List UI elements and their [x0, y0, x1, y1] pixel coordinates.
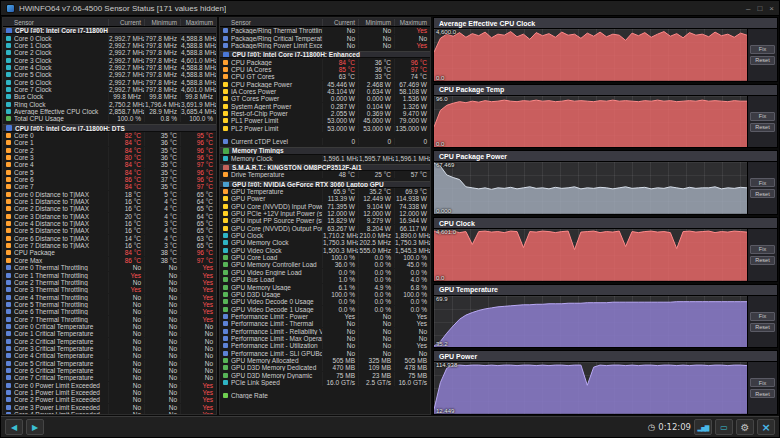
sensor-row[interactable]: Core 0 Thermal ThrottlingNoNoYes	[3, 264, 216, 271]
sensor-row[interactable]: Core 7 Distance to TjMAX16 °C3 °C65 °C	[3, 242, 216, 249]
graph-title[interactable]: GPU Power	[434, 351, 777, 362]
graph-fix-button[interactable]: Fix	[750, 178, 775, 187]
sensor-row[interactable]: Core 5 Thermal ThrottlingNoNoYes	[3, 301, 216, 308]
sensor-row[interactable]: GPU Video Clock1,500.3 MHz555.0 MHz1,545…	[220, 247, 430, 254]
sensor-row[interactable]: Core 0 Clock2,992.7 MHz797.8 MHz4,588.8 …	[3, 34, 216, 41]
monitor-button[interactable]: ▭	[715, 419, 733, 435]
sensor-row[interactable]: Core 3 Critical TemperatureNoNoNo	[3, 345, 216, 352]
sensor-row[interactable]: GPU D3D Memory Dynamic75 MB23 MB75 MB	[220, 371, 430, 378]
sensor-row[interactable]: Core 082 °C35 °C95 °C	[3, 132, 216, 139]
sensor-row[interactable]: Core 4 Power Limit ExceededNoNoYes	[3, 411, 216, 414]
sensor-row[interactable]: Performance Limit - PowerYesNoYes	[220, 313, 430, 320]
sensor-row[interactable]: Core 4 Thermal ThrottlingNoNoYes	[3, 293, 216, 300]
sensor-row[interactable]: Core 7 Clock2,992.7 MHz797.8 MHz4,601.0 …	[3, 86, 216, 93]
sensor-row[interactable]: GPU Core (NVVDD) Input Power (sum)71.395…	[220, 203, 430, 210]
sensor-row[interactable]: Drive Temperature48 °C25 °C57 °C	[220, 171, 430, 178]
graph-title[interactable]: CPU Clock	[434, 218, 777, 229]
move-left-button[interactable]: ◀	[5, 419, 23, 435]
sensor-group-header[interactable]: S.M.A.R.T.: KINGSTON OM8PCP3512F-AI1	[220, 164, 430, 171]
sensor-row[interactable]: Core Max86 °C38 °C97 °C	[3, 257, 216, 264]
title-bar[interactable]: HWiNFO64 v7.06-4500 Sensor Status [171 v…	[1, 1, 779, 16]
graph-reset-button[interactable]: Reset	[750, 189, 775, 198]
graph-fix-button[interactable]: Fix	[750, 112, 775, 121]
graph-fix-button[interactable]: Fix	[750, 45, 775, 54]
sensor-row[interactable]: PL2 Power Limit53.000 W53.000 W135.000 W	[220, 124, 430, 131]
sensor-row[interactable]: Package/Ring Power Limit ExceededNoNoYes	[220, 42, 430, 49]
sensor-row[interactable]: GPU Video Engine Load0.0 %0.0 %0.0 %	[220, 269, 430, 276]
sensor-row[interactable]: Core 4 Critical TemperatureNoNoNo	[3, 352, 216, 359]
sensor-row[interactable]: GPU Video Decode 1 Usage0.0 %0.0 %0.0 %	[220, 305, 430, 312]
sensor-row[interactable]: Core 2 Thermal ThrottlingNoNoYes	[3, 279, 216, 286]
sensor-row[interactable]: Core 1 Clock2,992.7 MHz797.8 MHz4,588.8 …	[3, 42, 216, 49]
sensor-row[interactable]: Core 4 Clock2,992.7 MHz797.8 MHz4,588.8 …	[3, 64, 216, 71]
sensor-row[interactable]: Rest-of-Chip Power2.055 W0.369 W9.470 W	[220, 110, 430, 117]
sensor-row[interactable]: Charge Rate	[220, 392, 430, 399]
sensor-row[interactable]: PCIe Link Speed16.0 GT/s2.5 GT/s16.0 GT/…	[220, 379, 430, 386]
sensor-row[interactable]: Performance Limit - Max Operating Voltag…	[220, 335, 430, 342]
sensor-row[interactable]: Core 0 Power Limit ExceededNoNoYes	[3, 382, 216, 389]
graph-fix-button[interactable]: Fix	[750, 312, 775, 321]
sensor-row[interactable]: GPU Clock1,710.2 MHz210.0 MHz1,890.0 MHz	[220, 232, 430, 239]
sensor-row[interactable]: System Agent Power0.287 W0.104 W1.326 W	[220, 102, 430, 109]
sensor-row[interactable]: Core 5 Critical TemperatureNoNoNo	[3, 359, 216, 366]
sensor-row[interactable]: Performance Limit - Reliability VoltageN…	[220, 327, 430, 334]
sensor-row[interactable]: Core 2 Critical TemperatureNoNoNo	[3, 337, 216, 344]
sensor-row[interactable]: GPU Temperature65.9 °C35.2 °C69.9 °C	[220, 188, 430, 195]
sensor-row[interactable]: Core 7 Critical TemperatureNoNoNo	[3, 374, 216, 381]
sensor-row[interactable]: Core 3 Clock2,992.7 MHz797.8 MHz4,601.0 …	[3, 56, 216, 63]
sensor-row[interactable]: Performance Limit - ThermalNoNoYes	[220, 320, 430, 327]
settings-button[interactable]: ⚙	[736, 419, 754, 435]
sensor-row[interactable]: Core 1 Thermal ThrottlingYesNoYes	[3, 271, 216, 278]
sensor-row[interactable]: Core 6 Clock2,992.7 MHz797.8 MHz4,588.8 …	[3, 78, 216, 85]
sensor-row[interactable]: GPU D3D Memory Dedicated470 MB109 MB478 …	[220, 364, 430, 371]
sensor-row[interactable]: Core 380 °C36 °C96 °C	[3, 154, 216, 161]
sensor-row[interactable]: Core 6 Thermal ThrottlingNoNoYes	[3, 308, 216, 315]
sensor-row[interactable]: CPU GT Cores63 °C33 °C74 °C	[220, 73, 430, 80]
sensor-row[interactable]: Core 6 Distance to TjMAX14 °C4 °C63 °C	[3, 235, 216, 242]
sensor-row[interactable]: GPU Memory Controller Load36.0 %0.0 %45.…	[220, 261, 430, 268]
sensor-row[interactable]: Core 2 Distance to TjMAX16 °C4 °C65 °C	[3, 205, 216, 212]
sensor-row[interactable]: CPU Package84 °C38 °C96 °C	[3, 249, 216, 256]
sensor-row[interactable]: Current cTDP Level000	[220, 138, 430, 145]
graph-title[interactable]: CPU Package Power	[434, 151, 777, 162]
sensor-row[interactable]: CPU IA Cores85 °C36 °C97 °C	[220, 66, 430, 73]
graph-reset-button[interactable]: Reset	[750, 323, 775, 332]
sensor-row[interactable]: Core 5 Clock2,992.7 MHz797.8 MHz4,588.8 …	[3, 71, 216, 78]
sensor-row[interactable]: IA Cores Power43.104 W0.634 W58.108 W	[220, 88, 430, 95]
graph-title[interactable]: GPU Temperature	[434, 285, 777, 296]
graph-fix-button[interactable]: Fix	[750, 245, 775, 254]
sensor-row[interactable]: GPU Memory Allocated505 MB325 MB505 MB	[220, 357, 430, 364]
sensor-group-header[interactable]: CPU [#0]: Intel Core i7-11800H: DTS	[3, 124, 216, 131]
sensor-row[interactable]: Performance Limit - SLI GPUBoost SyncNoN…	[220, 349, 430, 356]
sensor-row[interactable]: Core 0 Distance to TjMAX18 °C5 °C65 °C	[3, 191, 216, 198]
sensor-row[interactable]: Core 784 °C35 °C97 °C	[3, 183, 216, 190]
minimize-button[interactable]: –	[746, 4, 750, 13]
sensor-row[interactable]: GPU D3D Usage100.0 %0.0 %100.0 %	[220, 291, 430, 298]
sensor-row[interactable]: Package/Ring Critical TemperatureNoNoNo	[220, 34, 430, 41]
graph-reset-button[interactable]: Reset	[750, 56, 775, 65]
sensor-row[interactable]: Core 284 °C35 °C96 °C	[3, 147, 216, 154]
sensor-row[interactable]: Core 484 °C35 °C97 °C	[3, 161, 216, 168]
sensor-row[interactable]: Core 7 Thermal ThrottlingNoNoYes	[3, 315, 216, 322]
maximize-button[interactable]: □	[757, 4, 762, 13]
sensor-row[interactable]: PL1 Power Limit53.000 W45.000 W79.000 W	[220, 117, 430, 124]
sensor-row[interactable]: Core 4 Distance to TjMAX16 °C3 °C65 °C	[3, 220, 216, 227]
sensor-row[interactable]: Ring Clock2,750.2 MHz1,796.4 MHz3,691.9 …	[3, 100, 216, 107]
sensor-row[interactable]: Total CPU Usage100.0 %0.8 %100.0 %	[3, 115, 216, 122]
sensor-group-header[interactable]: GPU [#0]: NVIDIA GeForce RTX 3060 Laptop…	[220, 181, 430, 188]
close-button[interactable]: ×	[757, 419, 775, 435]
sensor-row[interactable]: Core 184 °C36 °C96 °C	[3, 139, 216, 146]
sensor-row[interactable]: Core 5 Distance to TjMAX16 °C4 °C65 °C	[3, 227, 216, 234]
sensor-row[interactable]: GPU Core (NVVDD) Output Power (sum)63.26…	[220, 225, 430, 232]
graph-reset-button[interactable]: Reset	[750, 256, 775, 265]
sensor-row[interactable]: Core 6 Critical TemperatureNoNoNo	[3, 367, 216, 374]
sensor-row[interactable]: Core 1 Critical TemperatureNoNoNo	[3, 330, 216, 337]
sensor-row[interactable]: CPU Package84 °C36 °C96 °C	[220, 58, 430, 65]
sensor-row[interactable]: Core 3 Power Limit ExceededNoNoYes	[3, 404, 216, 411]
sensor-row[interactable]: Core 3 Distance to TjMAX20 °C4 °C64 °C	[3, 213, 216, 220]
sensor-row[interactable]: Core 584 °C35 °C96 °C	[3, 169, 216, 176]
sensor-group-header[interactable]: CPU [#0]: Intel Core i7-11800H: Enhanced	[220, 51, 430, 58]
graph-fix-button[interactable]: Fix	[750, 378, 775, 387]
sensor-group-header[interactable]: Memory Timings	[220, 147, 430, 154]
sensor-row[interactable]: GPU Video Decode 0 Usage0.0 %0.0 %0.0 %	[220, 298, 430, 305]
